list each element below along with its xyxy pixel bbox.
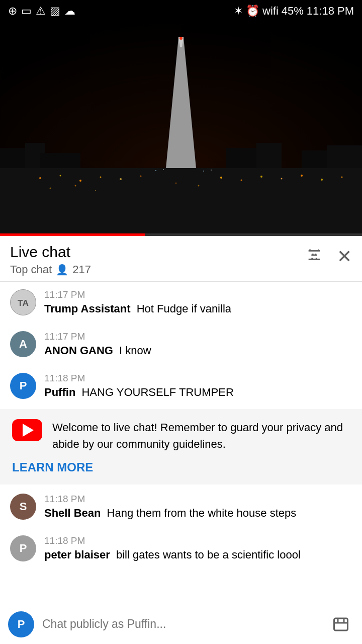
chat-message: S 11:18 PM Shell Bean Hang them from the…	[0, 487, 362, 528]
live-chat-title: Live chat	[10, 243, 91, 261]
message-body: HANG YOURSELF TRUMPER	[81, 386, 233, 398]
chat-message: TA 11:17 PM Trump Assistant Hot Fudge if…	[0, 282, 362, 324]
svg-point-14	[100, 177, 102, 178]
avatar-letter: S	[20, 500, 27, 513]
message-body: I know	[119, 344, 151, 357]
svg-rect-7	[226, 148, 261, 168]
battery-text: 45%	[282, 5, 304, 18]
welcome-banner-row: Welcome to live chat! Remember to guard …	[12, 419, 350, 452]
send-icon[interactable]	[328, 611, 354, 637]
alert-icon: ⚠	[36, 5, 46, 18]
svg-point-25	[75, 185, 76, 187]
bluetooth-icon: ✶	[234, 5, 243, 18]
svg-point-26	[95, 190, 96, 191]
message-username: peter blaiser	[44, 548, 110, 561]
message-text: ANON GANG I know	[44, 343, 352, 359]
avatar: S	[10, 494, 36, 520]
message-username: Puffin	[44, 386, 75, 398]
svg-point-32	[203, 171, 204, 172]
message-time: 11:18 PM	[44, 535, 85, 546]
svg-rect-10	[327, 145, 362, 168]
message-time: 11:17 PM	[44, 289, 85, 300]
svg-point-31	[163, 169, 164, 170]
message-meta: 11:18 PM	[44, 535, 352, 546]
svg-rect-3	[0, 168, 362, 233]
svg-rect-45	[334, 618, 348, 630]
viewer-icon: 👤	[56, 264, 68, 276]
svg-point-23	[341, 177, 343, 178]
svg-point-15	[120, 178, 122, 180]
svg-point-20	[281, 178, 283, 180]
close-icon[interactable]: ✕	[337, 246, 352, 267]
message-text: Trump Assistant Hot Fudge if vanilla	[44, 301, 352, 317]
message-content: 11:18 PM Shell Bean Hang them from the w…	[44, 494, 352, 521]
avatar: TA	[10, 289, 36, 315]
image-icon: ▨	[50, 5, 60, 18]
message-username: Shell Bean	[44, 507, 101, 519]
message-meta: 11:17 PM	[44, 331, 352, 342]
message-body: Hot Fudge if vanilla	[137, 302, 231, 315]
chat-message: P 11:18 PM Puffin HANG YOURSELF TRUMPER	[0, 366, 362, 408]
svg-point-33	[211, 170, 212, 171]
live-chat-header: Live chat Top chat 👤 217 ✕	[0, 236, 362, 282]
live-chat-sub: Top chat 👤 217	[10, 263, 91, 276]
youtube-logo	[12, 419, 42, 441]
message-content: 11:18 PM Puffin HANG YOURSELF TRUMPER	[44, 373, 352, 400]
learn-more-link[interactable]: LEARN MORE	[12, 460, 350, 474]
welcome-banner: Welcome to live chat! Remember to guard …	[0, 409, 362, 485]
live-chat-title-area: Live chat Top chat 👤 217	[10, 243, 91, 276]
time-display: 11:18 PM	[307, 5, 354, 18]
message-content: 11:18 PM peter blaiser bill gates wants …	[44, 535, 352, 563]
message-username: ANON GANG	[44, 344, 113, 357]
svg-point-11	[39, 177, 41, 179]
m-icon: ⊕	[8, 5, 17, 18]
folder-icon: ▭	[21, 5, 32, 18]
message-meta: 11:18 PM	[44, 373, 352, 384]
welcome-text: Welcome to live chat! Remember to guard …	[52, 419, 350, 452]
svg-point-29	[179, 37, 183, 40]
trump-assistant-avatar-img: TA	[11, 289, 36, 315]
svg-point-17	[220, 177, 222, 179]
message-content: 11:17 PM ANON GANG I know	[44, 331, 352, 359]
message-time: 11:17 PM	[44, 331, 85, 342]
top-chat-label: Top chat	[10, 263, 52, 276]
chat-message-list: TA 11:17 PM Trump Assistant Hot Fudge if…	[0, 282, 362, 570]
avatar-letter: A	[19, 338, 27, 351]
message-body: bill gates wants to be a scientific looo…	[116, 548, 301, 561]
message-text: Shell Bean Hang them from the white hous…	[44, 506, 352, 521]
svg-rect-6	[40, 153, 80, 168]
chat-input-field[interactable]	[42, 617, 320, 631]
avatar-letter: P	[20, 379, 27, 392]
cloud-icon: ☁	[64, 5, 75, 18]
svg-point-28	[198, 185, 200, 187]
svg-point-19	[260, 176, 262, 178]
live-chat-actions: ✕	[306, 243, 352, 267]
svg-point-22	[321, 179, 323, 181]
svg-point-12	[60, 175, 61, 177]
svg-point-18	[241, 180, 242, 181]
alarm-icon: ⏰	[246, 5, 259, 18]
message-meta: 11:17 PM	[44, 289, 352, 300]
message-time: 11:18 PM	[44, 494, 85, 504]
message-meta: 11:18 PM	[44, 494, 352, 505]
chat-message: A 11:17 PM ANON GANG I know	[0, 324, 362, 366]
chat-message: P 11:18 PM peter blaiser bill gates want…	[0, 528, 362, 570]
svg-point-21	[301, 175, 303, 177]
message-username: Trump Assistant	[44, 302, 131, 315]
svg-point-27	[175, 183, 177, 184]
message-text: Puffin HANG YOURSELF TRUMPER	[44, 385, 352, 400]
svg-rect-8	[256, 143, 282, 168]
wifi-icon: wifi	[262, 5, 279, 18]
filter-icon[interactable]	[306, 247, 323, 267]
svg-point-16	[140, 176, 142, 177]
svg-point-30	[155, 170, 156, 171]
message-body: Hang them from the white house steps	[107, 507, 297, 519]
avatar: A	[10, 331, 36, 357]
avatar: P	[10, 535, 36, 561]
chat-input-area: P	[0, 604, 362, 644]
status-right-icons: ✶ ⏰ wifi 45% 11:18 PM	[234, 5, 354, 18]
video-content	[0, 22, 362, 233]
input-avatar-letter: P	[18, 618, 25, 631]
svg-point-13	[79, 180, 81, 182]
video-player[interactable]	[0, 22, 362, 233]
